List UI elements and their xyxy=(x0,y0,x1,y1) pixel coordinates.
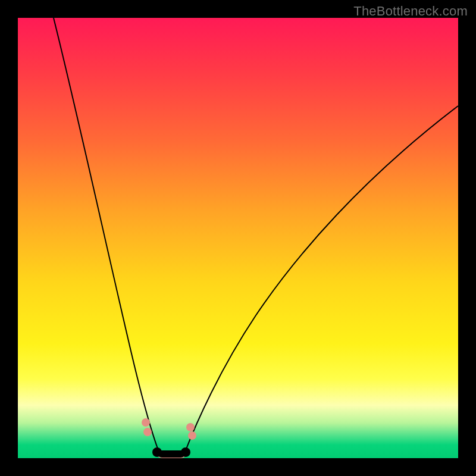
dot-right-upper xyxy=(186,423,195,431)
dot-right-lower xyxy=(188,431,196,440)
curve-layer xyxy=(18,18,458,458)
dot-left-upper xyxy=(142,418,150,427)
left-curve xyxy=(54,18,159,453)
plot-area xyxy=(18,18,458,458)
blob-bar xyxy=(158,450,184,458)
bottom-blob xyxy=(152,447,190,458)
outer-frame: TheBottleneck.com xyxy=(0,0,476,476)
watermark-text: TheBottleneck.com xyxy=(353,4,468,19)
right-curve xyxy=(184,106,458,453)
dot-left-lower xyxy=(143,428,152,436)
marker-dots xyxy=(142,418,196,440)
